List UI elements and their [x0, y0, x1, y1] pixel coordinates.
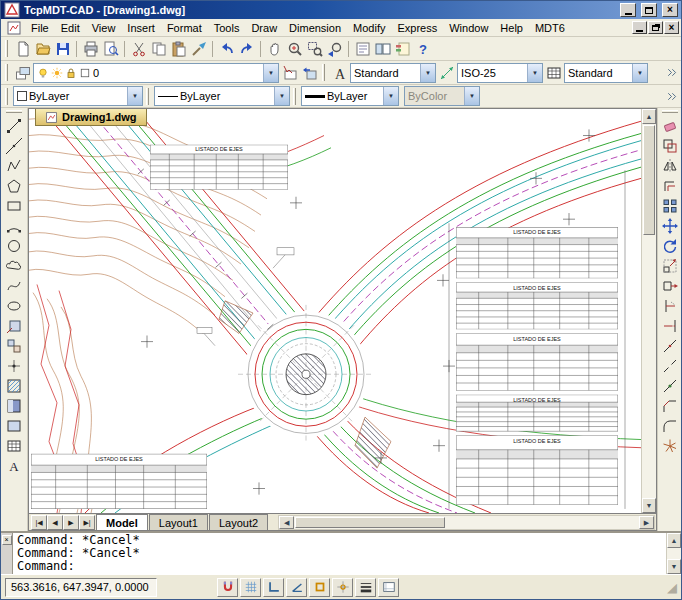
- command-scrollbar[interactable]: ▲ ▼: [666, 533, 681, 574]
- table-style-button[interactable]: [544, 63, 563, 82]
- dropdown-arrow-icon[interactable]: ▼: [632, 64, 647, 82]
- menu-insert[interactable]: Insert: [121, 20, 161, 36]
- spline-button[interactable]: [5, 277, 24, 295]
- tab-layout1[interactable]: Layout1: [149, 514, 208, 530]
- copyobj-button[interactable]: [660, 137, 679, 155]
- pline-button[interactable]: [5, 157, 24, 175]
- mirror-button[interactable]: [660, 157, 679, 175]
- preview-button[interactable]: [101, 39, 120, 58]
- snap-button[interactable]: [217, 578, 238, 597]
- zoomprev-button[interactable]: [325, 39, 344, 58]
- toolbar-overflow-button[interactable]: [663, 87, 679, 105]
- toolbar-grip[interactable]: [5, 40, 8, 57]
- scroll-up-icon[interactable]: ▲: [642, 109, 656, 124]
- text-style-select[interactable]: Standard ▼: [350, 63, 436, 83]
- maximize-button[interactable]: [641, 3, 657, 17]
- scroll-down-icon[interactable]: ▼: [642, 498, 656, 513]
- menu-draw[interactable]: Draw: [245, 20, 283, 36]
- array-button[interactable]: [660, 197, 679, 215]
- lineweight-select[interactable]: ByLayer ▼: [301, 86, 399, 106]
- document-tab[interactable]: Drawing1.dwg: [35, 109, 147, 126]
- first-tab-button[interactable]: |◀: [31, 515, 47, 530]
- undo-button[interactable]: [217, 39, 236, 58]
- cad-drawing[interactable]: LISTADO DE EJES LISTADO DE EJES LISTADO …: [29, 109, 641, 513]
- help-button[interactable]: [413, 39, 432, 58]
- menu-help[interactable]: Help: [494, 20, 529, 36]
- zoomwin-button[interactable]: [305, 39, 324, 58]
- palette-button[interactable]: [393, 39, 412, 58]
- command-history[interactable]: Command: *Cancel* Command: *Cancel* Comm…: [13, 533, 666, 574]
- toolbar-grip[interactable]: [293, 88, 296, 105]
- break-button[interactable]: [660, 357, 679, 375]
- horizontal-scrollbar[interactable]: ◀ ▶: [278, 515, 655, 530]
- scroll-down-icon[interactable]: ▼: [667, 559, 681, 574]
- match-button[interactable]: [189, 39, 208, 58]
- mdi-minimize-button[interactable]: [632, 21, 647, 34]
- circle-button[interactable]: [5, 237, 24, 255]
- table-style-select[interactable]: Standard ▼: [564, 63, 648, 83]
- table-button[interactable]: [5, 437, 24, 455]
- toolbar-grip[interactable]: [6, 110, 22, 113]
- scroll-right-icon[interactable]: ▶: [639, 516, 654, 529]
- toolbar-grip[interactable]: [322, 64, 325, 81]
- minimize-button[interactable]: [620, 3, 636, 17]
- menu-edit[interactable]: Edit: [55, 20, 86, 36]
- trim-button[interactable]: [660, 297, 679, 315]
- breakpt-button[interactable]: [660, 337, 679, 355]
- scroll-track[interactable]: [642, 236, 656, 498]
- line-button[interactable]: [5, 117, 24, 135]
- prev-tab-button[interactable]: ◀: [47, 515, 63, 530]
- vertical-scrollbar[interactable]: ▲ ▼: [641, 109, 656, 513]
- menu-tools[interactable]: Tools: [208, 20, 246, 36]
- dim-style-select[interactable]: ISO-25 ▼: [457, 63, 543, 83]
- menu-window[interactable]: Window: [443, 20, 494, 36]
- resize-grip[interactable]: ◢: [667, 581, 677, 594]
- move-button[interactable]: [660, 217, 679, 235]
- new-button[interactable]: [13, 39, 32, 58]
- zoom-button[interactable]: [285, 39, 304, 58]
- layer-select[interactable]: 0 ▼: [33, 63, 279, 83]
- toolbar-grip[interactable]: [5, 88, 8, 105]
- grid-button[interactable]: [240, 578, 261, 597]
- polygon-button[interactable]: [5, 177, 24, 195]
- mdi-restore-button[interactable]: [648, 21, 663, 34]
- coordinates-display[interactable]: 563.3616, 647.3947, 0.0000: [5, 578, 157, 597]
- dropdown-arrow-icon[interactable]: ▼: [274, 87, 289, 105]
- gradient-button[interactable]: [5, 397, 24, 415]
- offset-button[interactable]: [660, 177, 679, 195]
- xline-button[interactable]: [5, 137, 24, 155]
- toolbar-overflow-button[interactable]: [663, 64, 679, 82]
- join-button[interactable]: [660, 377, 679, 395]
- hatch-button[interactable]: [5, 377, 24, 395]
- title-bar[interactable]: TcpMDT-CAD - [Drawing1.dwg] ×: [1, 1, 681, 19]
- dropdown-arrow-icon[interactable]: ▼: [527, 64, 542, 82]
- model-button[interactable]: [378, 578, 399, 597]
- color-select[interactable]: ByLayer ▼: [13, 86, 143, 106]
- mdi-close-button[interactable]: ×: [664, 21, 679, 34]
- toolbar-grip[interactable]: [146, 88, 149, 105]
- menu-dimension[interactable]: Dimension: [283, 20, 347, 36]
- rotate-button[interactable]: [660, 237, 679, 255]
- menu-modify[interactable]: Modify: [347, 20, 391, 36]
- scroll-up-icon[interactable]: ▲: [667, 533, 681, 548]
- props-button[interactable]: [353, 39, 372, 58]
- text-style-button[interactable]: [330, 63, 349, 82]
- point-button[interactable]: [5, 357, 24, 375]
- mtext-button[interactable]: [5, 457, 24, 475]
- menu-mdt6[interactable]: MDT6: [529, 20, 571, 36]
- next-tab-button[interactable]: ▶: [63, 515, 79, 530]
- chamfer-button[interactable]: [660, 397, 679, 415]
- tab-layout2[interactable]: Layout2: [209, 514, 268, 530]
- toolbar-grip[interactable]: [662, 110, 678, 113]
- explode-button[interactable]: [660, 437, 679, 455]
- save-button[interactable]: [53, 39, 72, 58]
- stretch-button[interactable]: [660, 277, 679, 295]
- drawing-canvas[interactable]: Drawing1.dwg: [29, 109, 641, 513]
- redo-button[interactable]: [237, 39, 256, 58]
- scroll-track[interactable]: [446, 516, 639, 529]
- ortho-button[interactable]: [263, 578, 284, 597]
- osnap-button[interactable]: [309, 578, 330, 597]
- ellipse-button[interactable]: [5, 297, 24, 315]
- dcenter-button[interactable]: [373, 39, 392, 58]
- insblock-button[interactable]: [5, 317, 24, 335]
